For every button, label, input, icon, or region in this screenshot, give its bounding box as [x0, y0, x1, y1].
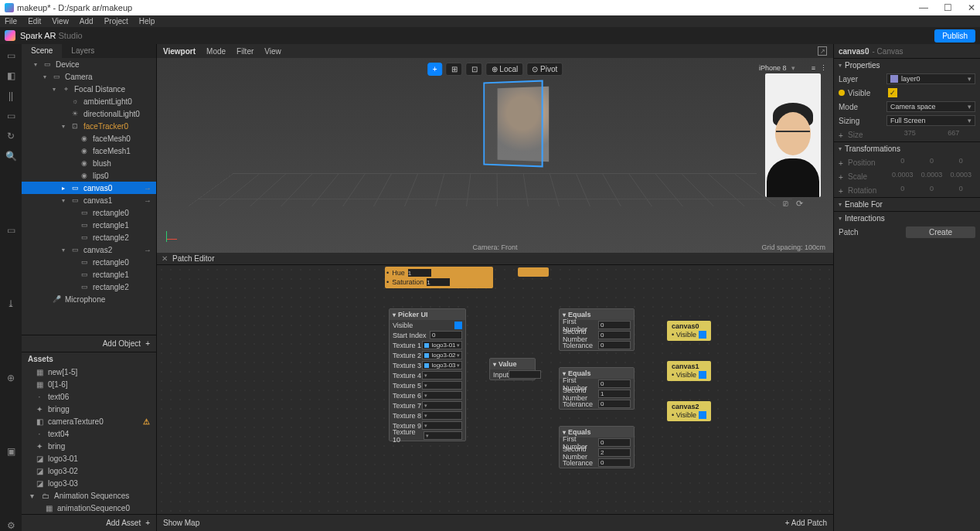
- asset-logo3-01[interactable]: ◪logo3-01: [22, 452, 156, 465]
- node-canvas1[interactable]: canvas1• Visible: [667, 361, 711, 381]
- scene-item-rectangle1[interactable]: ▭rectangle1: [22, 219, 156, 231]
- vp-tool-add[interactable]: +: [427, 63, 443, 76]
- preview-sync-icon[interactable]: ⟳: [796, 199, 803, 209]
- window-minimize[interactable]: —: [919, 2, 928, 13]
- sidebar-icon-10[interactable]: ⚙: [5, 520, 16, 531]
- scene-item-faceTracker0[interactable]: ▾⊡faceTracker0: [22, 120, 156, 132]
- sidebar-icon-5[interactable]: 🔍: [5, 151, 16, 162]
- sidebar-icon-3[interactable]: ▭: [5, 111, 16, 121]
- asset-0[1-6][interactable]: ▦0[1-6]: [22, 378, 156, 390]
- section-transformations[interactable]: Transformations: [834, 141, 980, 155]
- visible-checkbox[interactable]: ✓: [888, 88, 897, 97]
- menu-add[interactable]: Add: [80, 17, 94, 26]
- scene-item-Camera[interactable]: ▾▭Camera: [22, 70, 156, 83]
- node-orange-small[interactable]: [518, 267, 549, 277]
- node-picker-ui[interactable]: Picker UIVisibleStart IndexTexture 1logo…: [389, 308, 466, 441]
- create-patch-button[interactable]: Create: [906, 226, 975, 238]
- asset-logo3-02[interactable]: ◪logo3-02: [22, 465, 156, 477]
- sidebar-icon-9[interactable]: ▣: [5, 446, 16, 457]
- node-canvas2[interactable]: canvas2• Visible: [667, 401, 711, 421]
- sidebar-icon-0[interactable]: ▭: [5, 50, 16, 61]
- scene-item-Device[interactable]: ▾▭Device: [22, 58, 156, 70]
- scene-item-rectangle0[interactable]: ▭rectangle0: [22, 256, 156, 268]
- scene-item-faceMesh0[interactable]: ◉faceMesh0: [22, 132, 156, 145]
- patch-canvas[interactable]: • Hue • Saturation Picker UIVisibleStart…: [157, 265, 833, 514]
- scene-item-rectangle1[interactable]: ▭rectangle1: [22, 268, 156, 281]
- sizing-select[interactable]: Full Screen: [886, 115, 975, 126]
- node-hue-sat[interactable]: • Hue • Saturation: [385, 267, 493, 288]
- section-interactions[interactable]: Interactions: [834, 211, 980, 225]
- scene-item-canvas2[interactable]: ▾▭canvas2→: [22, 243, 156, 256]
- layer-select[interactable]: layer0: [886, 73, 975, 84]
- scene-item-Focal Distance[interactable]: ▾⌖Focal Distance: [22, 83, 156, 95]
- section-properties[interactable]: Properties: [834, 58, 980, 72]
- canvas-outline[interactable]: [483, 80, 543, 168]
- asset-bringg[interactable]: ✦bringg: [22, 403, 156, 415]
- section-enable-for[interactable]: Enable For: [834, 197, 980, 211]
- node-equals-2[interactable]: EqualsFirst NumberSecond NumberTolerance: [559, 426, 635, 468]
- scene-item-rectangle0[interactable]: ▭rectangle0: [22, 206, 156, 219]
- viewport-canvas[interactable]: + ⊞ ⊡ ⊕ Local ⊙ Pivot iPhone 8 ▾ ≡ ⋮: [157, 58, 833, 253]
- scene-item-Microphone[interactable]: 🎤Microphone: [22, 293, 156, 305]
- size-w: 375: [888, 129, 932, 140]
- scene-item-canvas0[interactable]: ▸▭canvas0→: [22, 182, 156, 194]
- vp-local[interactable]: ⊕ Local: [486, 63, 524, 76]
- preview-more-icon[interactable]: ⋮: [820, 64, 827, 72]
- node-canvas0[interactable]: canvas0• Visible: [667, 321, 711, 341]
- menu-help[interactable]: Help: [139, 17, 155, 26]
- window-maximize[interactable]: ☐: [944, 2, 952, 13]
- scene-item-rectangle2[interactable]: ▭rectangle2: [22, 281, 156, 293]
- add-asset-button[interactable]: Add Asset+: [22, 514, 156, 531]
- add-object-button[interactable]: Add Object+: [22, 335, 156, 352]
- vp-tool-1[interactable]: ⊞: [446, 63, 463, 76]
- scene-item-faceMesh1[interactable]: ◉faceMesh1: [22, 145, 156, 157]
- inspector-type: - Canvas: [872, 47, 903, 56]
- sidebar-icon-4[interactable]: ↻: [5, 131, 16, 141]
- sidebar-icon-8[interactable]: ⊕: [5, 373, 16, 383]
- menu-view[interactable]: View: [52, 17, 69, 26]
- node-value[interactable]: Value Input: [489, 358, 536, 380]
- vp-pivot[interactable]: ⊙ Pivot: [526, 63, 563, 76]
- preview-device[interactable]: iPhone 8: [759, 64, 787, 72]
- sidebar-icon-1[interactable]: ◧: [5, 70, 16, 81]
- scene-item-directionalLight0[interactable]: ☀directionalLight0: [22, 107, 156, 120]
- node-equals-1[interactable]: EqualsFirst NumberSecond NumberTolerance: [559, 367, 635, 410]
- window-close[interactable]: ✕: [968, 2, 975, 13]
- scene-item-ambientLight0[interactable]: ☼ambientLight0: [22, 95, 156, 107]
- asset-logo3-03[interactable]: ◪logo3-03: [22, 477, 156, 489]
- mode-select[interactable]: Camera space: [886, 101, 975, 112]
- scene-item-blush[interactable]: ◉blush: [22, 157, 156, 169]
- menu-edit[interactable]: Edit: [28, 17, 41, 26]
- asset-new[1-5][interactable]: ▦new[1-5]: [22, 366, 156, 378]
- show-map-button[interactable]: Show Map: [163, 519, 199, 527]
- asset-Animation Sequences[interactable]: ▾🗀Animation Sequences: [22, 489, 156, 502]
- sidebar-icon-7[interactable]: ⤓: [5, 298, 16, 309]
- publish-button[interactable]: Publish: [934, 29, 975, 43]
- preview-cam-icon[interactable]: ⎚: [783, 199, 788, 209]
- asset-text04[interactable]: ·text04: [22, 427, 156, 440]
- asset-animationSequence0[interactable]: ▦animationSequence0: [22, 502, 156, 514]
- patch-close-icon[interactable]: ✕: [162, 254, 168, 263]
- vp-view[interactable]: View: [264, 47, 281, 56]
- scene-item-canvas1[interactable]: ▾▭canvas1→: [22, 194, 156, 206]
- tab-layers[interactable]: Layers: [62, 44, 104, 58]
- vp-filter[interactable]: Filter: [236, 47, 254, 56]
- sidebar-icon-2[interactable]: ||: [5, 90, 16, 101]
- asset-text06[interactable]: ·text06: [22, 390, 156, 403]
- asset-cameraTexture0[interactable]: ◧cameraTexture0⚠: [22, 415, 156, 427]
- menu-project[interactable]: Project: [104, 17, 128, 26]
- window-title: makeup* - D:/spark ar/makeup: [17, 3, 132, 12]
- node-equals-0[interactable]: EqualsFirst NumberSecond NumberTolerance: [559, 308, 635, 351]
- sidebar-icon-6[interactable]: ▭: [5, 225, 16, 236]
- scene-item-lips0[interactable]: ◉lips0: [22, 169, 156, 182]
- popout-icon[interactable]: ↗: [818, 46, 827, 56]
- scene-item-rectangle2[interactable]: ▭rectangle2: [22, 231, 156, 243]
- tab-scene[interactable]: Scene: [22, 44, 62, 58]
- add-patch-button[interactable]: + Add Patch: [785, 519, 827, 527]
- size-h: 667: [932, 129, 976, 140]
- vp-tool-2[interactable]: ⊡: [466, 63, 483, 76]
- menu-file[interactable]: File: [5, 17, 17, 26]
- asset-bring[interactable]: ✦bring: [22, 440, 156, 452]
- preview-menu-icon[interactable]: ≡: [812, 64, 815, 72]
- vp-mode[interactable]: Mode: [206, 47, 226, 56]
